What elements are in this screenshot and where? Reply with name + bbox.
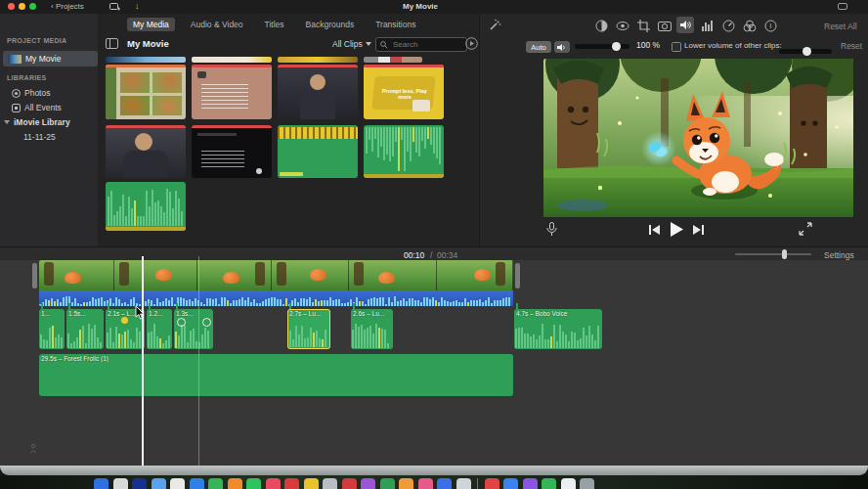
dock-app-icon[interactable] [170,478,185,489]
video-audio-track[interactable] [39,290,513,306]
dock-app-icon[interactable] [152,478,166,489]
import-media-icon[interactable] [109,3,120,11]
thumbnail-partial[interactable] [364,57,422,63]
color-balance-icon[interactable] [595,20,608,32]
dock-app-icon[interactable] [361,478,375,489]
clip-effect-badge[interactable] [121,317,128,324]
tab-audio-video[interactable]: Audio & Video [185,18,249,31]
enhance-wand-icon[interactable] [488,19,501,32]
fullscreen-icon[interactable] [799,222,812,236]
dock-app-icon[interactable] [580,478,594,489]
sidebar-item-imovie-library[interactable]: iMovie Library [4,117,70,127]
previous-frame-button[interactable] [649,225,660,235]
reset-all-button[interactable]: Reset All [824,22,857,31]
dock-app-icon[interactable] [542,478,556,489]
dock-app-icon[interactable] [503,478,518,489]
thumbnail-partial[interactable] [192,57,272,63]
crop-icon[interactable] [637,20,650,32]
all-clips-filter[interactable]: All Clips [332,39,371,49]
dock-app-icon[interactable] [284,478,299,489]
clip-effect-badge[interactable] [202,318,211,327]
volume-tool-icon[interactable] [676,17,694,33]
volume-slider[interactable] [575,44,629,49]
auto-volume-button[interactable]: Auto [526,41,551,53]
lower-volume-checkbox[interactable] [672,42,681,52]
play-button[interactable] [670,222,683,237]
dock-app-icon[interactable] [418,478,433,489]
speed-icon[interactable] [722,20,735,32]
tab-titles[interactable]: Titles [259,18,290,31]
sidebar-toggle-icon[interactable] [106,38,118,49]
volume-slider-knob[interactable] [612,42,621,51]
dock-app-icon[interactable] [456,478,471,489]
thumbnail-partial[interactable] [106,57,186,63]
thumbnail-audio-clip-wave[interactable] [106,182,186,231]
thumbnail-presenter-video-2[interactable] [106,125,186,178]
minimize-window-button[interactable] [19,3,25,10]
color-correction-icon[interactable] [616,21,629,31]
dock-app-icon[interactable] [523,478,538,489]
tab-transitions[interactable]: Transitions [369,18,421,31]
audio-clip[interactable]: 4.7s – Bobo Voice [514,309,602,349]
thumbnail-terminal-screen[interactable] [192,125,272,178]
audio-clip[interactable]: 2.6s – Lu... [351,309,393,349]
settings-button[interactable]: Settings [824,250,854,260]
download-arrow-icon[interactable]: ↓ [135,1,140,11]
mute-button[interactable] [554,41,570,53]
thumbnail-audio-clip-spiky[interactable] [364,125,444,178]
sidebar-item-library-date[interactable]: 11-11-25 [23,132,56,142]
dock-app-icon[interactable] [342,478,357,489]
dock-app-icon[interactable] [246,478,261,489]
dock-app-icon[interactable] [380,478,395,489]
noise-equalizer-icon[interactable] [701,20,715,31]
audio-clip[interactable]: 1.3s... [174,309,213,349]
display-icon[interactable] [838,3,847,11]
thumbnail-presenter-video[interactable] [278,65,358,119]
sidebar-item-my-movie[interactable]: My Movie [3,51,98,67]
dock-app-icon[interactable] [266,478,281,489]
stabilization-icon[interactable] [658,21,672,31]
tab-backgrounds[interactable]: Backgrounds [300,18,361,31]
lower-volume-slider[interactable] [779,49,832,54]
reset-button[interactable]: Reset [841,41,862,51]
dock-app-icon[interactable] [208,478,223,489]
sidebar-item-photos[interactable]: Photos [12,88,50,98]
sidebar-item-all-events[interactable]: All Events [12,103,62,112]
thumbnail-yellow-slide[interactable]: Prompt less, Play more [364,65,444,119]
dock-app-icon[interactable] [323,478,337,489]
dock-app-icon[interactable] [190,478,204,489]
search-field[interactable] [375,37,467,52]
zoom-window-button[interactable] [29,3,36,10]
dock-app-icon[interactable] [132,478,147,489]
clip-size-slider-knob[interactable] [782,249,787,259]
back-to-projects-button[interactable]: ‹ Projects [51,2,84,11]
info-icon[interactable]: i [764,20,777,32]
thumbnail-document-page[interactable] [192,65,272,119]
video-clip-filmstrip[interactable] [39,260,513,290]
skimmer-line[interactable] [142,256,144,466]
audio-clip[interactable]: 1.5s... [66,309,104,349]
dock-app-icon[interactable] [485,478,499,489]
close-window-button[interactable] [8,3,15,10]
dock-app-icon[interactable] [437,478,452,489]
dock-app-icon[interactable] [228,478,242,489]
trim-handle-right[interactable] [515,263,520,289]
dock-app-icon[interactable] [113,478,128,489]
lower-volume-slider-knob[interactable] [803,47,811,56]
dock-app-icon[interactable] [399,478,413,489]
audio-clip-selected[interactable]: 2.7s – Lu... [287,309,330,349]
disclosure-chevron-icon[interactable] [4,120,10,124]
next-frame-button[interactable] [693,225,704,235]
clip-effect-badge[interactable] [177,318,186,327]
thumbnail-fox-grid-page[interactable] [106,65,186,119]
dock-app-icon[interactable] [94,478,108,489]
voiceover-mic-icon[interactable] [546,222,557,237]
dock-app-icon[interactable] [304,478,319,489]
trim-handle-left[interactable] [32,263,37,289]
thumbnail-audio-clip-yellow-band[interactable] [278,125,358,178]
clip-size-slider[interactable] [735,253,811,255]
audio-clip[interactable]: 1... [39,309,65,349]
tab-my-media[interactable]: My Media [127,18,175,31]
audio-clip[interactable]: 1.2... [147,309,172,349]
clip-play-cycle-icon[interactable] [465,37,478,50]
